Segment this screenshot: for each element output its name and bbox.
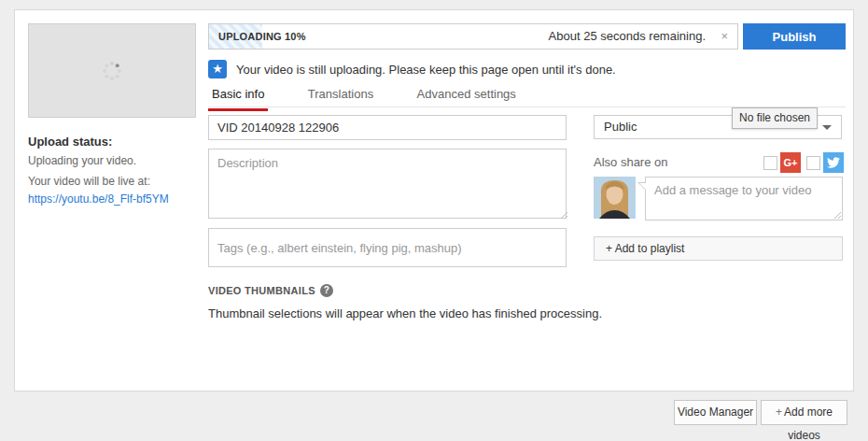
time-remaining-text: About 25 seconds remaining.	[549, 24, 706, 49]
video-title-input[interactable]	[208, 115, 567, 140]
uploading-notice: ★ Your video is still uploading. Please …	[208, 59, 616, 79]
tab-basic-info[interactable]: Basic info	[208, 83, 268, 111]
bubble-pointer	[637, 182, 646, 191]
tab-translations[interactable]: Translations	[304, 83, 377, 108]
star-icon: ★	[208, 60, 227, 78]
add-more-videos-button[interactable]: +Add more videos	[761, 400, 847, 425]
chevron-down-icon	[822, 125, 832, 130]
video-manager-button[interactable]: Video Manager	[674, 400, 757, 425]
also-share-row: Also share on G+	[594, 152, 844, 173]
also-share-label: Also share on	[594, 155, 668, 169]
plus-icon: +	[776, 405, 782, 419]
video-message-bubble	[645, 177, 843, 220]
description-textarea[interactable]	[208, 149, 567, 219]
no-file-chosen-tooltip: No file chosen	[732, 107, 818, 129]
twitter-share-checkbox[interactable]	[806, 156, 820, 170]
video-message-input[interactable]	[646, 178, 842, 220]
tab-bar: Basic info Translations Advanced setting…	[208, 83, 846, 107]
gplus-icon[interactable]: G+	[780, 152, 801, 173]
video-live-at-label: Your video will be live at:	[28, 175, 205, 188]
upload-progress-bar: UPLOADING 10% About 25 seconds remaining…	[208, 23, 738, 50]
user-avatar	[594, 177, 636, 219]
tags-input[interactable]	[208, 228, 567, 267]
close-icon[interactable]: ×	[721, 24, 728, 49]
privacy-dropdown-value: Public	[604, 116, 637, 138]
add-more-videos-label: Add more videos	[784, 405, 833, 441]
upload-status-line: Uploading your video.	[28, 154, 205, 167]
tab-advanced-settings[interactable]: Advanced settings	[413, 83, 520, 108]
add-to-playlist-button[interactable]: + Add to playlist	[594, 236, 843, 261]
video-thumbnail-placeholder	[28, 23, 196, 118]
upload-progress-label: UPLOADING 10%	[218, 24, 306, 49]
video-url-link[interactable]: https://youtu.be/8_Flf-bf5YM	[28, 192, 169, 206]
video-thumbnails-header: VIDEO THUMBNAILS ?	[208, 284, 333, 297]
publish-button[interactable]: Publish	[743, 23, 846, 50]
gplus-share-checkbox[interactable]	[763, 156, 777, 170]
upload-status-panel: Upload status: Uploading your video. You…	[28, 135, 205, 206]
loading-spinner-icon	[101, 60, 123, 82]
thumbnails-note: Thumbnail selections will appear when th…	[208, 306, 602, 320]
upload-card: Upload status: Uploading your video. You…	[14, 9, 854, 391]
help-icon[interactable]: ?	[320, 284, 333, 297]
share-icons: G+	[763, 152, 844, 173]
twitter-icon[interactable]	[823, 152, 844, 173]
video-thumbnails-title: VIDEO THUMBNAILS	[208, 285, 315, 296]
uploading-notice-text: Your video is still uploading. Please ke…	[236, 63, 616, 77]
upload-status-title: Upload status:	[28, 135, 205, 149]
upload-page: Upload status: Uploading your video. You…	[0, 0, 868, 441]
